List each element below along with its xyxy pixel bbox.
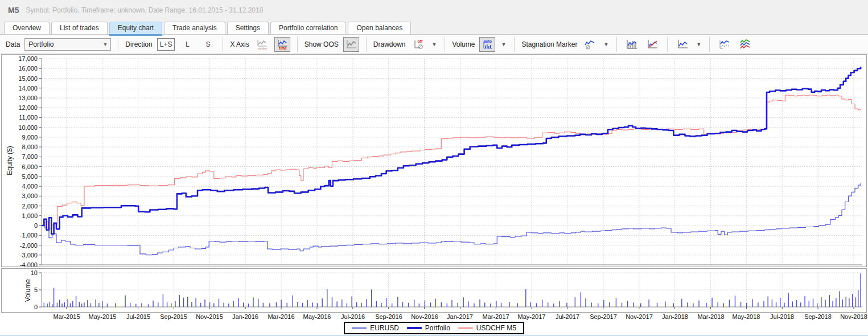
result-header: M5 Symbol: Portfolio, Timeframe: unknown… (0, 0, 868, 21)
svg-text:1,000: 1,000 (22, 212, 38, 219)
legend-item-portfolio: Portfolio (407, 324, 450, 332)
toolbar-divider (223, 37, 223, 52)
toolbar-divider (297, 37, 298, 52)
show-oos-button[interactable] (343, 37, 359, 52)
toolbar-divider (366, 37, 367, 52)
direction-short-button[interactable]: S (200, 38, 216, 51)
drawdown-label: Drawdown (373, 40, 406, 48)
drawdown-toggle-button[interactable]: off (410, 37, 426, 52)
x-tick-label: Jul-2018 (770, 313, 794, 320)
volume-mode-button[interactable]: auto (479, 37, 495, 52)
toolbar-divider (709, 37, 710, 52)
x-tick-label: Nov-2015 (196, 313, 223, 320)
chart-toolbar: Data Portfolio ▼ Direction L+S L S X Axi… (0, 35, 868, 54)
x-tick-label: Jan-2018 (662, 313, 688, 320)
svg-text:2,000: 2,000 (22, 203, 38, 210)
volume-auto-icon: auto (481, 38, 493, 51)
legend-label: USDCHF M5 (476, 324, 516, 332)
toolbar-divider (514, 37, 515, 52)
svg-text:13,000: 13,000 (18, 95, 38, 101)
svg-text:5: 5 (34, 286, 38, 293)
x-tick-label: Mar-2015 (53, 313, 80, 320)
multi-line-chart-icon (739, 39, 751, 50)
data-label: Data (6, 40, 20, 48)
chart-style-button[interactable] (674, 37, 690, 52)
x-tick-label: May-2016 (303, 313, 331, 320)
xaxis-time-button[interactable]: time (274, 37, 290, 52)
tab-settings[interactable]: Settings (227, 22, 269, 34)
x-tick-label: May-2018 (733, 313, 760, 320)
equity-plot: -4,000-3,000-2,000-1,00001,0002,0003,000… (2, 55, 866, 267)
stagnation-dropdown-arrow[interactable]: ▼ (602, 42, 610, 47)
chevron-down-icon: ▼ (102, 42, 108, 47)
svg-text:10: 10 (31, 269, 38, 276)
svg-text:14,000: 14,000 (18, 85, 38, 92)
volume-state-caption: auto (484, 39, 492, 43)
legend-item-eurusd: EURUSD (352, 324, 399, 332)
tab-list-of-trades[interactable]: List of trades (51, 22, 108, 34)
drawdown-state-caption: off (417, 39, 423, 43)
x-tick-label: Nov-2017 (626, 313, 653, 320)
legend-item-usdchf: USDCHF M5 (458, 324, 516, 332)
direction-long-short-button[interactable]: L+S (157, 38, 175, 51)
trend-overlay-button[interactable] (644, 37, 660, 52)
x-tick-label: May-2017 (518, 313, 546, 320)
svg-text:8,000: 8,000 (22, 144, 38, 150)
drawdown-dropdown-arrow[interactable]: ▼ (431, 42, 438, 47)
svg-text:17,000: 17,000 (18, 55, 38, 62)
tab-trade-analysis[interactable]: Trade analysis (164, 22, 225, 34)
svg-text:16,000: 16,000 (18, 65, 38, 72)
benchmark-compare-button[interactable] (717, 37, 733, 52)
x-tick-label: Mar-2018 (697, 313, 724, 320)
x-tick-label: Nov-2016 (411, 313, 438, 320)
svg-text:-4,000: -4,000 (20, 261, 38, 267)
volume-dropdown-arrow[interactable]: ▼ (500, 42, 507, 47)
portfolio-line-sample (407, 327, 422, 329)
oos-chart-icon (345, 39, 357, 50)
equity-with-bars-button[interactable] (624, 37, 640, 52)
toolbar-divider (118, 37, 118, 52)
svg-text:3,000: 3,000 (22, 192, 38, 199)
eurusd-line-sample (352, 327, 367, 329)
tab-open-balances[interactable]: Open balances (348, 22, 411, 34)
x-tick-label: Nov-2018 (840, 313, 867, 320)
direction-label: Direction (125, 40, 152, 48)
xaxis-trades-button[interactable]: trades (254, 37, 270, 52)
stagnation-marker-icon (583, 39, 596, 50)
usdchf-line-sample (458, 327, 473, 329)
x-tick-label: Jan-2016 (232, 313, 258, 320)
multi-symbol-chart-button[interactable] (737, 37, 753, 52)
volume-label: Volume (452, 40, 475, 48)
toolbar-divider (445, 37, 445, 52)
stagnation-marker-button[interactable] (582, 37, 598, 52)
x-tick-label: Jul-2015 (126, 313, 150, 320)
tab-bar: Overview List of trades Equity chart Tra… (0, 21, 868, 34)
tab-overview[interactable]: Overview (4, 22, 50, 34)
svg-text:-3,000: -3,000 (20, 252, 38, 259)
drawdown-off-icon: off (412, 38, 425, 51)
svg-text:5,000: 5,000 (22, 173, 38, 180)
svg-text:4,000: 4,000 (22, 183, 38, 190)
result-subtitle: Symbol: Portfolio, Timeframe: unknown, D… (26, 6, 263, 14)
toolbar-divider (616, 37, 617, 52)
data-select-value: Portfolio (28, 40, 54, 48)
direction-long-button[interactable]: L (179, 38, 195, 51)
x-tick-label: Sep-2017 (590, 313, 617, 320)
volume-plot: 0510 (2, 269, 866, 312)
trades-axis-icon: trades (256, 39, 268, 50)
tab-equity-chart[interactable]: Equity chart (109, 22, 162, 34)
time-axis-icon: time (276, 39, 289, 50)
svg-text:9,000: 9,000 (22, 134, 38, 141)
x-tick-label: Mar-2016 (268, 313, 294, 320)
chart-style-dropdown-arrow[interactable]: ▼ (695, 42, 702, 47)
equity-axis-title: Equity ($) (6, 146, 14, 175)
x-tick-label: Sep-2016 (375, 313, 402, 320)
tab-portfolio-correlation[interactable]: Portfolio correlation (270, 22, 346, 34)
svg-text:-1,000: -1,000 (20, 232, 38, 239)
x-tick-label: Sep-2018 (804, 313, 832, 320)
data-select[interactable]: Portfolio ▼ (24, 38, 111, 51)
legend-label: Portfolio (425, 324, 450, 332)
x-tick-label: Jan-2017 (447, 313, 473, 320)
svg-text:-2,000: -2,000 (20, 242, 38, 249)
svg-text:6,000: 6,000 (22, 163, 38, 170)
